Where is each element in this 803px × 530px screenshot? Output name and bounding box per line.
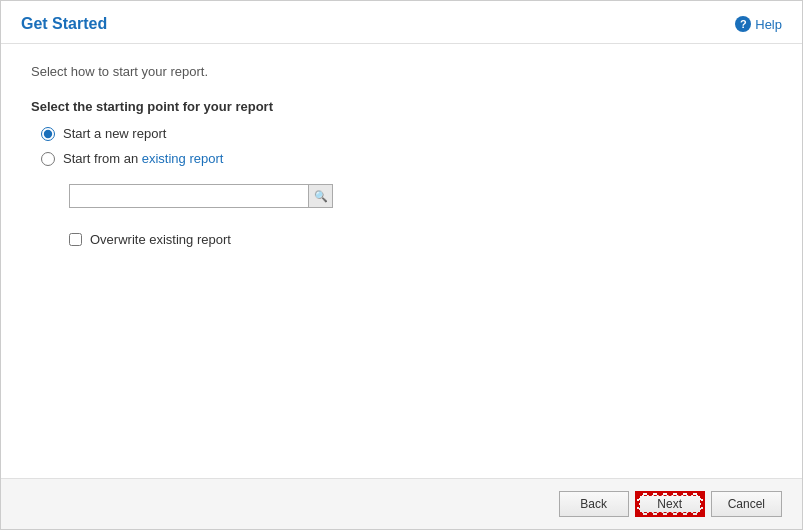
existing-report-link[interactable]: existing report (142, 151, 224, 166)
overwrite-checkbox[interactable] (69, 233, 82, 246)
dialog-body: Select how to start your report. Select … (1, 44, 802, 478)
get-started-dialog: Get Started ? Help Select how to start y… (0, 0, 803, 530)
help-link[interactable]: ? Help (735, 16, 782, 32)
radio-item-existing-report: Start from an existing report (41, 151, 772, 166)
radio-existing-report[interactable] (41, 152, 55, 166)
search-input[interactable] (69, 184, 309, 208)
radio-new-report[interactable] (41, 127, 55, 141)
radio-item-new-report: Start a new report (41, 126, 772, 141)
search-icon: 🔍 (314, 190, 328, 203)
dialog-title: Get Started (21, 15, 107, 33)
search-row: 🔍 (69, 184, 772, 208)
search-button[interactable]: 🔍 (309, 184, 333, 208)
dialog-footer: Back Next Cancel (1, 478, 802, 529)
dialog-header: Get Started ? Help (1, 1, 802, 44)
back-button[interactable]: Back (559, 491, 629, 517)
checkbox-row: Overwrite existing report (69, 232, 772, 247)
cancel-button[interactable]: Cancel (711, 491, 782, 517)
next-button[interactable]: Next (635, 491, 705, 517)
radio-group: Start a new report Start from an existin… (41, 126, 772, 247)
help-label: Help (755, 17, 782, 32)
radio-existing-report-label: Start from an existing report (63, 151, 223, 166)
help-icon: ? (735, 16, 751, 32)
overwrite-label: Overwrite existing report (90, 232, 231, 247)
label-prefix: Start from an (63, 151, 142, 166)
section-label: Select the starting point for your repor… (31, 99, 772, 114)
subtitle-text: Select how to start your report. (31, 64, 772, 79)
radio-new-report-label: Start a new report (63, 126, 166, 141)
